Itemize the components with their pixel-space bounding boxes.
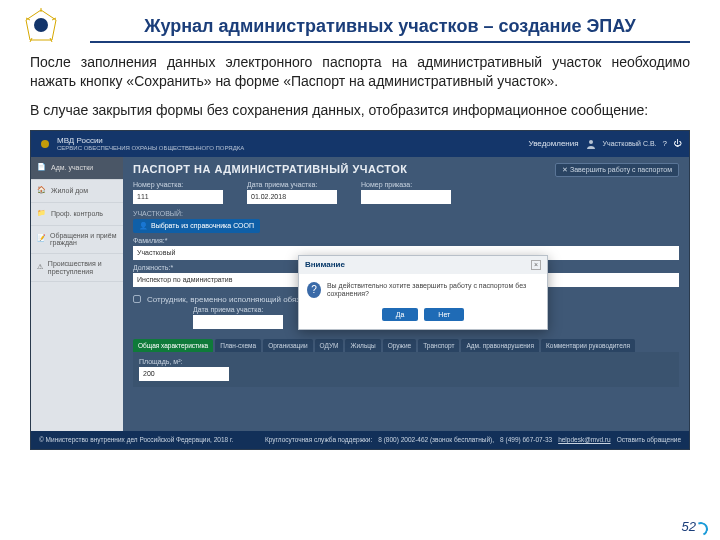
close-passport-button[interactable]: ✕ Завершить работу с паспортом bbox=[555, 163, 679, 177]
slide-paragraph-1: После заполнения данных электронного пас… bbox=[30, 53, 690, 91]
app-header: МВД России СЕРВИС ОБЕСПЕЧЕНИЯ ОХРАНЫ ОБЩ… bbox=[31, 131, 689, 157]
order-number-input[interactable] bbox=[361, 190, 451, 204]
footer-support: Круглосуточная служба поддержки: bbox=[265, 436, 372, 443]
svg-point-1 bbox=[41, 140, 49, 148]
officer-section-label: УЧАСТКОВЫЙ: bbox=[133, 210, 679, 217]
person-icon: 👤 bbox=[139, 222, 148, 230]
footer-email[interactable]: helpdesk@mvd.ru bbox=[558, 436, 610, 443]
accept-date2-label: Дата приема участка: bbox=[193, 306, 283, 313]
power-icon[interactable]: ⏻ bbox=[673, 139, 681, 148]
svg-point-0 bbox=[34, 18, 48, 32]
order-number-label: Номер приказа: bbox=[361, 181, 451, 188]
sidebar-item-adm[interactable]: 📄Адм. участки bbox=[31, 157, 123, 180]
brand-name: МВД России bbox=[57, 137, 244, 145]
dialog-text: Вы действительно хотите завершить работу… bbox=[327, 282, 539, 299]
select-from-directory-button[interactable]: 👤Выбрать из справочника СООП bbox=[133, 219, 260, 233]
tab-residents[interactable]: Жильцы bbox=[345, 339, 380, 352]
dialog-yes-button[interactable]: Да bbox=[382, 308, 419, 321]
area-input[interactable] bbox=[139, 367, 229, 381]
slide-title: Журнал административных участков – созда… bbox=[90, 16, 690, 43]
app-footer: © Министерство внутренних дел Российской… bbox=[31, 431, 689, 449]
dialog-close-button[interactable]: × bbox=[531, 260, 541, 270]
plot-number-label: Номер участка: bbox=[133, 181, 223, 188]
dialog-title: Внимание bbox=[305, 260, 345, 269]
tab-weapons[interactable]: Оружие bbox=[383, 339, 417, 352]
doc-icon: 📄 bbox=[37, 163, 47, 173]
acting-checkbox[interactable] bbox=[133, 295, 141, 303]
main-panel: ПАСПОРТ НА АДМИНИСТРАТИВНЫЙ УЧАСТОК ✕ За… bbox=[123, 157, 689, 449]
tab-violations[interactable]: Адм. правонарушения bbox=[461, 339, 539, 352]
emblem-icon bbox=[39, 138, 51, 150]
notify-link[interactable]: Уведомления bbox=[529, 139, 579, 148]
brand: МВД России СЕРВИС ОБЕСПЕЧЕНИЯ ОХРАНЫ ОБЩ… bbox=[57, 137, 244, 151]
user-icon bbox=[585, 138, 597, 150]
footer-phone2: 8 (499) 667-07-33 bbox=[500, 436, 552, 443]
footer-offer[interactable]: Оставить обращение bbox=[617, 436, 681, 443]
brand-sub: СЕРВИС ОБЕСПЕЧЕНИЯ ОХРАНЫ ОБЩЕСТВЕННОГО … bbox=[57, 145, 244, 151]
tab-comments[interactable]: Комментарии руководителя bbox=[541, 339, 635, 352]
footer-phone1: 8 (800) 2002-462 (звонок бесплатный), bbox=[378, 436, 494, 443]
user-name[interactable]: Участковый С.В. bbox=[603, 140, 657, 147]
app-screenshot: МВД России СЕРВИС ОБЕСПЕЧЕНИЯ ОХРАНЫ ОБЩ… bbox=[30, 130, 690, 450]
folder-icon: 📁 bbox=[37, 209, 47, 219]
footer-copy: © Министерство внутренних дел Российской… bbox=[39, 436, 233, 443]
tab-transport[interactable]: Транспорт bbox=[418, 339, 459, 352]
surname-label: Фамилия:* bbox=[133, 237, 679, 244]
tab-general[interactable]: Общая характеристика bbox=[133, 339, 213, 352]
plot-number-input[interactable] bbox=[133, 190, 223, 204]
slide-paragraph-2: В случае закрытия формы без сохранения д… bbox=[30, 101, 690, 120]
sidebar: 📄Адм. участки 🏠Жилой дом 📁Проф. контроль… bbox=[31, 157, 123, 449]
edit-icon: 📝 bbox=[37, 234, 46, 244]
area-label: Площадь, м²: bbox=[139, 358, 673, 365]
sidebar-item-incidents[interactable]: ⚠Происшествия и преступления bbox=[31, 254, 123, 282]
mvd-logo bbox=[20, 6, 62, 52]
sidebar-item-house[interactable]: 🏠Жилой дом bbox=[31, 180, 123, 203]
house-icon: 🏠 bbox=[37, 186, 47, 196]
dialog-no-button[interactable]: Нет bbox=[424, 308, 464, 321]
confirm-dialog: Внимание × ? Вы действительно хотите зав… bbox=[298, 255, 548, 331]
tab-org[interactable]: Организации bbox=[263, 339, 312, 352]
svg-point-2 bbox=[589, 140, 593, 144]
help-icon[interactable]: ? bbox=[663, 139, 667, 148]
tabs: Общая характеристика План-схема Организа… bbox=[133, 339, 679, 352]
alert-icon: ⚠ bbox=[37, 263, 44, 273]
accept-date-label: Дата приема участка: bbox=[247, 181, 337, 188]
question-icon: ? bbox=[307, 282, 321, 298]
sidebar-item-prof[interactable]: 📁Проф. контроль bbox=[31, 203, 123, 226]
sidebar-item-appeals[interactable]: 📝Обращения и приём граждан bbox=[31, 226, 123, 254]
tab-odum[interactable]: ОДУМ bbox=[315, 339, 344, 352]
tab-plan[interactable]: План-схема bbox=[215, 339, 261, 352]
accept-date-input[interactable] bbox=[247, 190, 337, 204]
accept-date2-input[interactable] bbox=[193, 315, 283, 329]
